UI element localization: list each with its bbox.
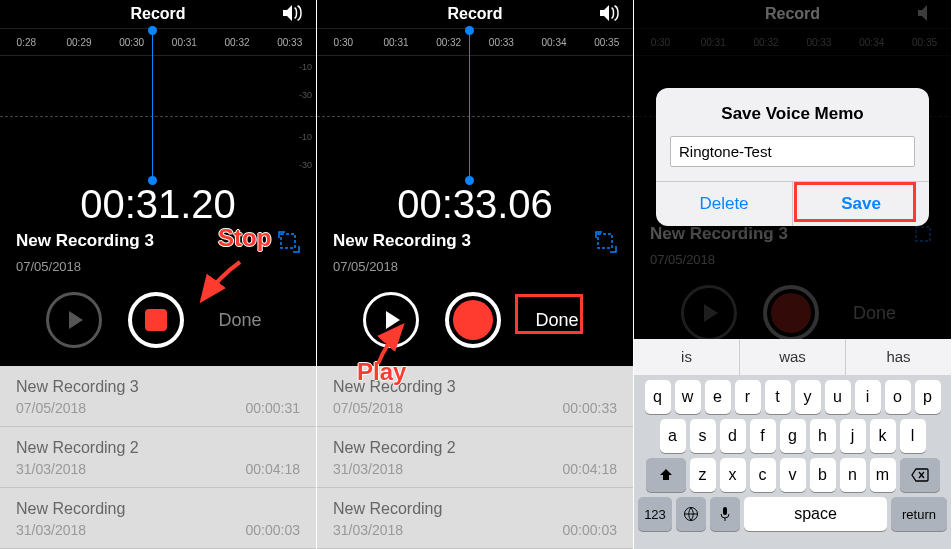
key-k[interactable]: k	[870, 419, 896, 453]
stop-icon	[145, 309, 167, 331]
key-u[interactable]: u	[825, 380, 851, 414]
done-button[interactable]: Done	[527, 310, 587, 331]
trim-icon[interactable]	[595, 231, 617, 257]
keyboard-row: 123 space return	[634, 492, 951, 537]
recording-date: 07/05/2018	[0, 257, 316, 274]
recordings-list: New Recording 3 07/05/201800:00:31 New R…	[0, 366, 316, 549]
svg-rect-0	[281, 234, 295, 248]
key-m[interactable]: m	[870, 458, 896, 492]
globe-key[interactable]	[676, 497, 706, 531]
mic-key[interactable]	[710, 497, 740, 531]
play-button[interactable]	[363, 292, 419, 348]
svg-rect-4	[723, 507, 727, 515]
space-key[interactable]: space	[744, 497, 887, 531]
keyboard-row: a s d f g h j k l	[634, 414, 951, 453]
play-icon	[386, 311, 400, 329]
speaker-icon[interactable]	[599, 4, 621, 26]
time-ruler[interactable]: 0:30 00:31 00:32 00:33 00:34 00:35	[317, 28, 633, 56]
key-o[interactable]: o	[885, 380, 911, 414]
key-v[interactable]: v	[780, 458, 806, 492]
delete-button[interactable]: Delete	[656, 182, 792, 226]
playhead[interactable]	[469, 28, 470, 181]
stop-record-button[interactable]	[128, 292, 184, 348]
keyboard-row: q w e r t y u i o p	[634, 375, 951, 414]
key-r[interactable]: r	[735, 380, 761, 414]
save-button[interactable]: Save	[792, 182, 929, 226]
suggestion[interactable]: was	[740, 339, 846, 375]
header-title: Record	[447, 5, 502, 23]
panel-done: Record 0:30 00:31 00:32 00:33 00:34 00:3…	[317, 0, 634, 549]
done-button[interactable]: Done	[210, 310, 270, 331]
keyboard: is was has q w e r t y u i o p a s d f g…	[634, 339, 951, 549]
key-t[interactable]: t	[765, 380, 791, 414]
keyboard-row: z x c v b n m	[634, 453, 951, 492]
trim-icon[interactable]	[278, 231, 300, 257]
record-button[interactable]	[445, 292, 501, 348]
key-l[interactable]: l	[900, 419, 926, 453]
key-z[interactable]: z	[690, 458, 716, 492]
header: Record	[0, 0, 316, 28]
list-item[interactable]: New Recording 2 31/03/201800:04:18	[0, 427, 316, 488]
recording-date: 07/05/2018	[317, 257, 633, 274]
playhead[interactable]	[152, 28, 153, 181]
key-h[interactable]: h	[810, 419, 836, 453]
time-ruler[interactable]: 0:28 00:29 00:30 00:31 00:32 00:33	[0, 28, 316, 56]
backspace-key[interactable]	[900, 458, 940, 492]
save-memo-dialog: Save Voice Memo Delete Save	[656, 88, 929, 226]
header-title: Record	[130, 5, 185, 23]
dialog-title: Save Voice Memo	[656, 88, 929, 136]
speaker-icon[interactable]	[282, 4, 304, 26]
elapsed-time: 00:31.20	[0, 176, 316, 231]
waveform[interactable]: -10 -30 -10 -30	[0, 56, 316, 176]
key-i[interactable]: i	[855, 380, 881, 414]
list-item[interactable]: New Recording 31/03/201800:00:03	[317, 488, 633, 549]
list-item[interactable]: New Recording 2 31/03/201800:04:18	[317, 427, 633, 488]
key-f[interactable]: f	[750, 419, 776, 453]
key-g[interactable]: g	[780, 419, 806, 453]
key-y[interactable]: y	[795, 380, 821, 414]
suggestion[interactable]: is	[634, 339, 740, 375]
record-icon	[453, 300, 493, 340]
waveform[interactable]	[317, 56, 633, 176]
svg-rect-1	[598, 234, 612, 248]
controls: Done	[0, 274, 316, 366]
elapsed-time: 00:33.06	[317, 176, 633, 231]
numbers-key[interactable]: 123	[638, 497, 672, 531]
key-p[interactable]: p	[915, 380, 941, 414]
play-icon	[69, 311, 83, 329]
key-d[interactable]: d	[720, 419, 746, 453]
list-item[interactable]: New Recording 3 07/05/201800:00:31	[0, 366, 316, 427]
key-b[interactable]: b	[810, 458, 836, 492]
suggestion[interactable]: has	[846, 339, 951, 375]
list-item[interactable]: New Recording 31/03/201800:00:03	[0, 488, 316, 549]
list-item[interactable]: New Recording 3 07/05/201800:00:33	[317, 366, 633, 427]
recordings-list: New Recording 3 07/05/201800:00:33 New R…	[317, 366, 633, 549]
key-q[interactable]: q	[645, 380, 671, 414]
key-j[interactable]: j	[840, 419, 866, 453]
memo-name-input[interactable]	[670, 136, 915, 167]
panel-recording-stop: Record 0:28 00:29 00:30 00:31 00:32 00:3…	[0, 0, 317, 549]
suggestion-bar: is was has	[634, 339, 951, 375]
return-key[interactable]: return	[891, 497, 947, 531]
key-c[interactable]: c	[750, 458, 776, 492]
key-e[interactable]: e	[705, 380, 731, 414]
key-n[interactable]: n	[840, 458, 866, 492]
shift-key[interactable]	[646, 458, 686, 492]
key-x[interactable]: x	[720, 458, 746, 492]
key-a[interactable]: a	[660, 419, 686, 453]
play-button[interactable]	[46, 292, 102, 348]
key-w[interactable]: w	[675, 380, 701, 414]
panel-save-dialog: Record 0:30 00:31 00:32 00:33 00:34 00:3…	[634, 0, 951, 549]
recording-title[interactable]: New Recording 3	[333, 231, 471, 251]
key-s[interactable]: s	[690, 419, 716, 453]
header: Record	[317, 0, 633, 28]
controls: Done	[317, 274, 633, 366]
recording-title[interactable]: New Recording 3	[16, 231, 154, 251]
